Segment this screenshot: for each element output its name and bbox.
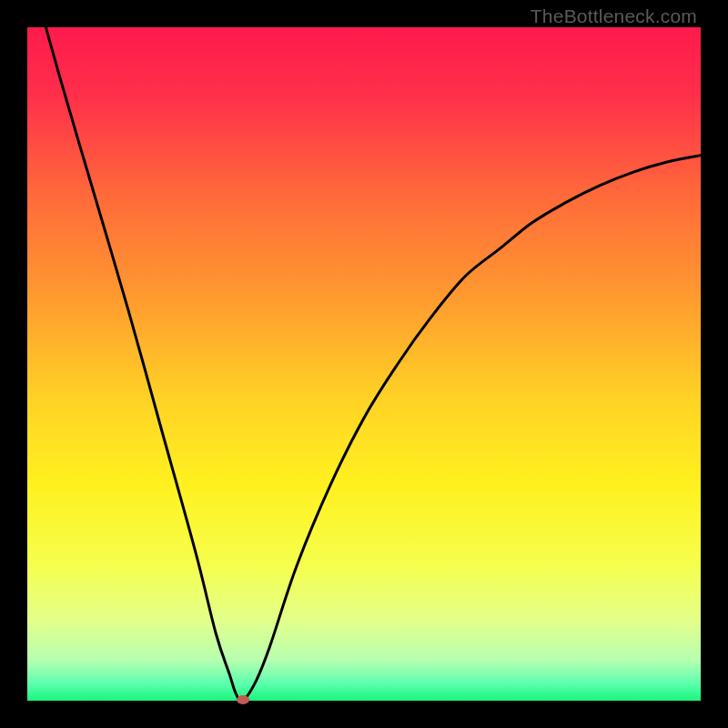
minimum-marker	[237, 695, 249, 704]
watermark-text: TheBottleneck.com	[531, 5, 697, 27]
bottleneck-curve	[27, 27, 701, 701]
chart-frame	[27, 27, 701, 701]
